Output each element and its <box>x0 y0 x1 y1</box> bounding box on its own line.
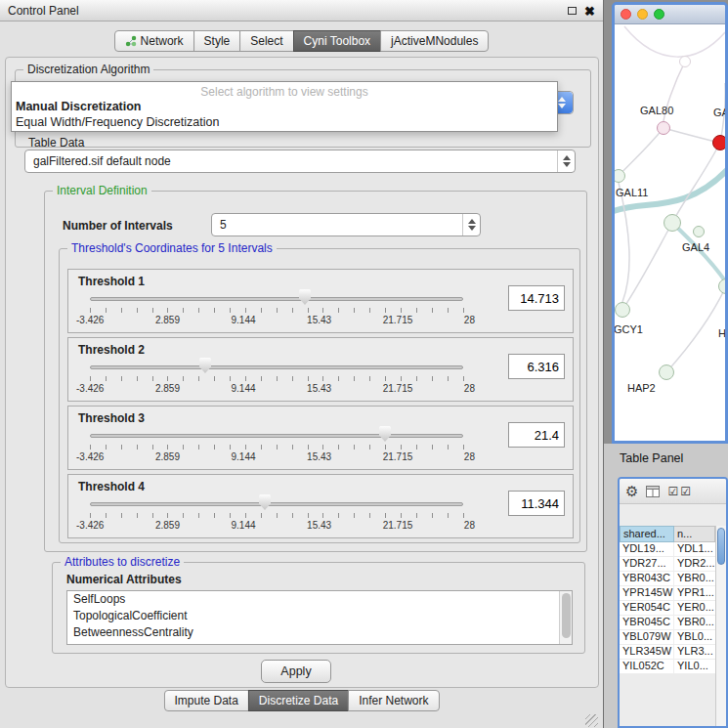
network-node-selected-red[interactable] <box>712 135 725 150</box>
tab-network[interactable]: Network <box>114 30 194 52</box>
table-row[interactable]: YIL052CYIL0... <box>620 660 715 674</box>
threshold-1-panel: Threshold 1 -3.4262.8599.14415.4321.7152… <box>67 269 574 333</box>
node-label-gal80: GAL80 <box>640 105 673 116</box>
combobox-stepper-icon[interactable] <box>557 150 575 172</box>
threshold-3-panel: Threshold 3 -3.4262.8599.14415.4321.7152… <box>67 406 574 470</box>
threshold-label: Threshold 2 <box>78 343 145 357</box>
network-node[interactable] <box>659 364 674 380</box>
zoom-button[interactable] <box>654 9 664 20</box>
close-button[interactable] <box>621 9 631 20</box>
group-title: Discretization Algorithm <box>23 63 153 76</box>
node-label-cut: GA <box>713 107 725 118</box>
table-header-row: shared... n... <box>620 526 715 542</box>
slider-thumb[interactable] <box>259 494 271 510</box>
tab-infer-network[interactable]: Infer Network <box>348 690 439 711</box>
network-node[interactable] <box>657 121 670 135</box>
table-row[interactable]: YDR27...YDR2... <box>620 557 715 572</box>
table-row[interactable]: YDL19...YDL1... <box>620 542 715 557</box>
table-row[interactable]: YBL079WYBL0... <box>620 630 715 645</box>
threshold-1-value-input[interactable] <box>508 285 565 311</box>
table-panel-title: Table Panel <box>620 451 683 465</box>
list-item[interactable]: SelfLoops <box>67 591 572 608</box>
columns-icon[interactable] <box>646 486 660 497</box>
combobox-stepper-icon[interactable] <box>462 214 480 236</box>
dropdown-option-manual-discretization[interactable]: Manual Discretization <box>12 99 557 114</box>
threshold-3-slider[interactable]: -3.4262.8599.14415.4321.71528 <box>82 424 471 469</box>
threshold-2-panel: Threshold 2 -3.4262.8599.14415.4321.7152… <box>67 337 574 402</box>
interval-definition-group: Interval Definition Number of Intervals … <box>44 191 587 552</box>
slider-tick-labels: -3.4262.8599.14415.4321.71528 <box>76 383 475 394</box>
scrollbar-thumb[interactable] <box>717 528 725 565</box>
table-body: YDL19...YDL1... YDR27...YDR2... YBR043CY… <box>620 542 715 674</box>
slider-track[interactable] <box>90 297 463 301</box>
float-window-icon[interactable] <box>568 7 577 15</box>
node-label-gal4: GAL4 <box>682 241 709 253</box>
tab-discretize-data[interactable]: Discretize Data <box>248 690 349 711</box>
network-window-titlebar[interactable] <box>615 5 725 24</box>
network-node[interactable] <box>664 214 681 232</box>
table-row[interactable]: YPR145WYPR1... <box>620 586 715 601</box>
slider-thumb[interactable] <box>199 358 211 373</box>
network-node[interactable] <box>615 302 630 318</box>
tab-select[interactable]: Select <box>239 30 293 52</box>
slider-track[interactable] <box>90 365 463 369</box>
numerical-attributes-list[interactable]: SelfLoops TopologicalCoefficient Between… <box>66 590 573 645</box>
network-node[interactable] <box>693 226 705 237</box>
slider-thumb[interactable] <box>379 426 391 442</box>
tab-cyni-toolbox[interactable]: Cyni Toolbox <box>293 30 381 52</box>
table-row[interactable]: YER054CYER0... <box>620 601 715 616</box>
threshold-4-slider[interactable]: -3.4262.8599.14415.4321.71528 <box>82 492 471 537</box>
tab-style[interactable]: Style <box>193 30 241 52</box>
slider-tickmarks <box>90 308 464 313</box>
table-toolbar: ⚙ ☑☑ <box>620 479 726 504</box>
network-canvas[interactable]: GAL80 GA GAL11 GAL4 GCY1 H HAP2 <box>615 24 725 441</box>
number-of-intervals-combobox[interactable]: 5 <box>211 213 481 236</box>
threshold-2-slider[interactable]: -3.4262.8599.14415.4321.71528 <box>82 356 471 401</box>
dropdown-hint: Select algorithm to view settings <box>12 82 557 99</box>
close-icon[interactable]: ✖ <box>584 5 595 18</box>
threshold-label: Threshold 1 <box>78 275 145 288</box>
dropdown-option-equal-width-frequency[interactable]: Equal Width/Frequency Discretization <box>12 114 557 130</box>
threshold-3-value-input[interactable] <box>508 422 565 448</box>
table-data-value: galFiltered.sif default node <box>33 154 171 168</box>
bottom-tab-bar: Impute Data Discretize Data Infer Networ… <box>163 690 439 711</box>
table-scrollbar[interactable] <box>715 526 726 726</box>
select-columns-icons[interactable]: ☑☑ <box>667 485 693 498</box>
window-title: Control Panel <box>8 4 79 18</box>
resize-grip[interactable] <box>585 714 598 727</box>
threshold-2-value-input[interactable] <box>508 354 565 379</box>
column-header-name[interactable]: n... <box>674 526 715 542</box>
group-title: Threshold's Coordinates for 5 Intervals <box>67 241 277 255</box>
threshold-1-slider[interactable]: -3.4262.8599.14415.4321.71528 <box>82 287 471 332</box>
cyni-toolbox-panel: Discretization Algorithm Select algorith… <box>5 57 599 688</box>
gear-icon[interactable]: ⚙ <box>625 484 638 498</box>
network-view-window: GAL80 GA GAL11 GAL4 GCY1 H HAP2 <box>612 2 728 444</box>
network-icon <box>125 35 137 47</box>
tab-jactivemodules[interactable]: jActiveMNodules <box>380 30 489 52</box>
table-row[interactable]: YBR045CYBR0... <box>620 616 715 630</box>
tab-impute-data[interactable]: Impute Data <box>163 690 248 711</box>
node-label-cut-h: H <box>718 327 725 339</box>
list-item[interactable]: BetweennessCentrality <box>67 624 572 641</box>
slider-tick-labels: -3.4262.8599.14415.4321.71528 <box>76 520 475 531</box>
attributes-to-discretize-group: Attributes to discretize Numerical Attri… <box>52 562 585 654</box>
minimize-button[interactable] <box>637 9 648 20</box>
slider-track[interactable] <box>90 434 463 438</box>
numerical-attributes-label: Numerical Attributes <box>66 573 182 586</box>
control-panel-titlebar: Control Panel ✖ <box>0 0 603 21</box>
threshold-4-value-input[interactable] <box>508 491 565 516</box>
table-data-label: Table Data <box>28 136 84 150</box>
list-item[interactable]: TopologicalCoefficient <box>67 608 572 624</box>
table-row[interactable]: YLR345WYLR3... <box>620 645 715 660</box>
table-data-combobox[interactable]: galFiltered.sif default node <box>24 150 576 173</box>
list-scrollbar[interactable] <box>559 591 572 644</box>
column-header-shared-name[interactable]: shared... <box>620 526 674 542</box>
slider-track[interactable] <box>90 502 463 506</box>
slider-thumb[interactable] <box>299 289 311 305</box>
apply-button[interactable]: Apply <box>261 660 331 683</box>
table-panel-window: ⚙ ☑☑ shared... n... YDL19...YDL1... YDR2… <box>618 477 728 728</box>
scrollbar-thumb[interactable] <box>562 593 571 638</box>
slider-tick-labels: -3.4262.8599.14415.4321.71528 <box>76 451 475 462</box>
network-node[interactable] <box>679 56 691 67</box>
table-row[interactable]: YBR043CYBR0... <box>620 572 715 586</box>
